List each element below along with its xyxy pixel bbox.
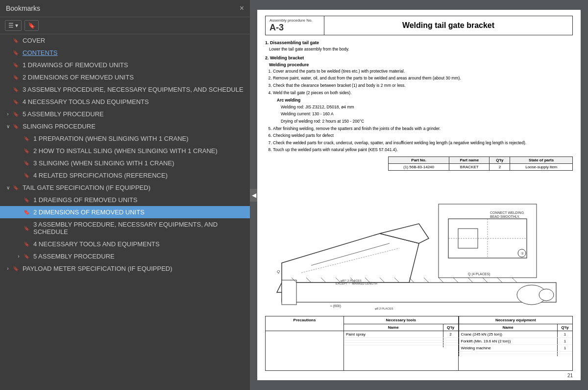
equip-row-3: Welding machine 1 [459, 345, 573, 352]
bookmark-item-ch4[interactable]: 🔖4 NECESSARY TOOLS AND EQUIPMENTS [0, 96, 250, 108]
bookmark-item-tg1[interactable]: 🔖1 DRAEINGS OF REMOVED UNITS [0, 194, 250, 206]
section-1: 1. Disassembling tail gate Lower the tai… [265, 40, 573, 52]
svg-line-54 [512, 278, 517, 283]
tools-row3-name [344, 340, 443, 342]
close-icon[interactable]: × [240, 4, 244, 13]
svg-line-50 [453, 278, 458, 283]
svg-rect-32 [282, 283, 556, 302]
svg-line-52 [483, 278, 488, 283]
document-page: Assembly procedure No. A-3 Welding tail … [257, 10, 581, 380]
bookmark-item-tg2[interactable]: 🔖2 DIMENSIONS OF REMOVED UNITS [0, 206, 250, 218]
right-diagram: CONNECT WELDING BEAD SMOOTHLY. ① Q (4 PL… [439, 204, 537, 278]
bookmark-label-sling4: 4 RELATED SPRCIFICATIONS (REFERENCE) [33, 172, 246, 179]
bookmark-item-sling2[interactable]: 🔖2 HOW TO INSTALL SLING (WHEN SLINGING W… [0, 145, 250, 157]
equip-row2-qty: 1 [558, 338, 572, 344]
sidebar-title: Bookmarks [6, 4, 40, 12]
svg-text:BEAD SMOOTHLY.: BEAD SMOOTHLY. [490, 215, 520, 218]
bookmark-icon-ch2: 🔖 [12, 75, 20, 80]
bookmark-label-tg2: 2 DIMENSIONS OF REMOVED UNITS [33, 208, 246, 216]
parts-header-name: Part name [449, 156, 490, 163]
bookmark-icon-ch4: 🔖 [12, 99, 20, 104]
section1-text: Lower the tail gate assembly from the bo… [269, 46, 573, 52]
bookmark-item-ch2[interactable]: 🔖2 DIMENSIONS OF REMOVED UNITS [0, 71, 250, 83]
bookmark-icon-tg5: 🔖 [23, 254, 30, 259]
expand-arrow-tg5[interactable]: › [15, 254, 23, 259]
section2-heading: Welding bracket [270, 55, 304, 60]
equip-row5-name [459, 354, 558, 356]
bookmark-item-cover[interactable]: 🔖COVER [0, 34, 250, 47]
bookmark-item-contents[interactable]: 🔖CONTENTS [0, 47, 250, 59]
bookmark-icon-sling2: 🔖 [23, 148, 30, 154]
options-button[interactable]: ☰ ▾ [5, 20, 22, 31]
necessary-equipment-sub: Name Q'ty [459, 324, 573, 331]
bookmark-icon-sling3: 🔖 [23, 160, 30, 166]
bookmark-item-slinging[interactable]: ∨🔖SLINGING PROCEDURE [0, 120, 250, 132]
bookmark-item-sling1[interactable]: 🔖1 PREPARATION (WHEN SLINGING WITH 1 CRA… [0, 132, 250, 145]
tools-row3-qty [443, 340, 458, 342]
expand-arrow-payload[interactable]: › [4, 266, 12, 271]
bookmark-item-tailgate[interactable]: ∨🔖TAIL GATE SPECIFICATION (IF EQUIPPED) [0, 182, 250, 194]
svg-marker-0 [282, 234, 419, 283]
bookmark-item-ch5[interactable]: ›🔖5 ASSEMBLY PROCEDURE [0, 108, 250, 120]
bookmark-label-tg3: 3 ASSEMBLY PROCEDURE, NECESSARY EQUIPMEN… [33, 221, 246, 235]
bookmark-icon-tailgate: 🔖 [12, 185, 20, 190]
parts-cell-name: BRACKET [449, 163, 490, 170]
equip-qty-header: Q'ty [558, 324, 572, 331]
sidebar-header: Bookmarks × [0, 0, 250, 17]
equip-row1-name: Crane (245 kN (25 ton)) [459, 331, 558, 338]
bookmark-item-ch3[interactable]: 🔖3 ASSEMBLY PROCEDURE, NECESSARY EQUIPME… [0, 83, 250, 96]
expand-arrow-ch5[interactable]: › [4, 111, 12, 117]
bookmark-label-ch1: 1 DRAWINGS OF REMOVED UNITS [23, 61, 246, 69]
arc-welding-label: Arc welding [277, 97, 573, 104]
bookmark-list: 🔖COVER🔖CONTENTS🔖1 DRAWINGS OF REMOVED UN… [0, 34, 250, 390]
svg-point-34 [539, 289, 554, 301]
bookmark-item-payload[interactable]: ›🔖PAYLOAD METER SPECIFICATION (IF EQUIPP… [0, 262, 250, 275]
necessary-equipment-header-group: Necessary equipment Name Q'ty [459, 316, 573, 331]
bookmark-item-ch1[interactable]: 🔖1 DRAWINGS OF REMOVED UNITS [0, 59, 250, 71]
expand-arrow-slinging[interactable]: ∨ [4, 124, 12, 129]
bottom-table-body: Paint spray 2 [266, 331, 572, 370]
bookmark-item-tg4[interactable]: 🔖4 NECESSARY TOOLS AND EQUIPMENTS [0, 238, 250, 250]
bookmark-icon-sling4: 🔖 [23, 173, 30, 178]
bookmark-item-tg3[interactable]: 🔖3 ASSEMBLY PROCEDURE, NECESSARY EQUIPME… [0, 218, 250, 238]
tools-name-header: Name [344, 324, 443, 331]
parts-header-qty: Q'ty [490, 156, 510, 163]
necessary-tools-header-group: Necessary tools Name Q'ty [344, 316, 459, 331]
svg-line-51 [468, 278, 473, 283]
arc-rod: Welding rod: JIS Z3212, D5018, ø4 mm [281, 104, 573, 111]
parts-cell-state: Loose-supply item [510, 163, 573, 170]
bookmark-icon-ch1: 🔖 [12, 62, 20, 68]
bookmark-icon-tg3: 🔖 [23, 226, 30, 231]
section1-heading: Disassembling tail gate [270, 40, 319, 45]
equip-col: Crane (245 kN (25 ton)) 1 Forklift (Min.… [459, 331, 573, 370]
arc-current: Welding current: 130 - 160 A [281, 111, 573, 118]
necessary-equipment-label: Necessary equipment [459, 316, 573, 324]
bookmark-item-sling3[interactable]: 🔖3 SLINGING (WHEN SLINGING WITH 1 CRANE) [0, 157, 250, 169]
section-2: 2. Welding bracket Welding procedure Cov… [265, 55, 573, 154]
bookmark-icon-tg4: 🔖 [23, 241, 30, 247]
step-3: Check that the clearance between bracket… [273, 82, 573, 89]
page-title: Welding tail gate bracket [324, 16, 572, 35]
tools-row2-qty [443, 338, 458, 340]
bookmark-item-sling4[interactable]: 🔖4 RELATED SPRCIFICATIONS (REFERENCE) [0, 169, 250, 182]
svg-line-53 [497, 278, 502, 283]
tools-col: Paint spray 2 [344, 331, 459, 370]
step-1: Cover around the parts to be welded (tir… [273, 68, 573, 75]
svg-text:Q: Q [277, 269, 280, 274]
svg-rect-35 [282, 280, 296, 305]
equip-row4-name [459, 352, 558, 354]
parts-cell-qty: 2 [490, 163, 510, 170]
bookmark-item-tg5[interactable]: ›🔖5 ASSEMBLY PROCEDURE [0, 250, 250, 262]
equip-row-2: Forklift (Min. 19.6 kN (2 ton)) 1 [459, 338, 573, 345]
necessary-tools-sub: Name Q'ty [344, 324, 458, 331]
bookmark-label-contents: CONTENTS [23, 49, 246, 56]
bookmark-add-button[interactable]: 🔖 [24, 20, 39, 31]
expand-arrow-tailgate[interactable]: ∨ [4, 185, 12, 190]
svg-text:EXCEPT ← MARKED LENGTH: EXCEPT ← MARKED LENGTH [336, 282, 377, 285]
equip-row-5 [459, 354, 573, 356]
equip-row5-qty [558, 354, 572, 356]
tools-row1-qty: 2 [443, 331, 458, 338]
section2-num: 2. [265, 55, 270, 60]
bookmark-label-sling2: 2 HOW TO INSTALL SLING (WHEN SLINGING WI… [33, 147, 246, 155]
bookmark-label-tg4: 4 NECESSARY TOOLS AND EQUIPMENTS [33, 240, 246, 248]
